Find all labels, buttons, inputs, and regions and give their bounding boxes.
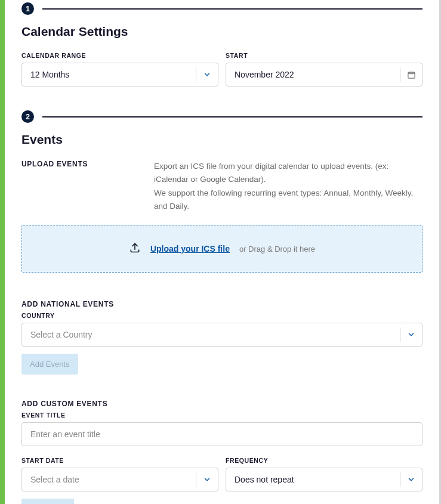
frequency-select[interactable]: Does not repeat <box>226 468 423 491</box>
chevron-down-icon <box>196 70 218 79</box>
start-month-value: November 2022 <box>226 70 400 79</box>
event-title-input[interactable] <box>22 423 422 446</box>
start-date-label: START DATE <box>21 457 218 464</box>
add-event-button[interactable]: Add Event <box>21 499 74 504</box>
frequency-value: Does not repeat <box>226 475 400 484</box>
ics-dropzone[interactable]: Upload your ICS file or Drag & Drop it h… <box>21 225 423 273</box>
chevron-down-icon <box>196 475 218 484</box>
section-rule <box>42 116 423 118</box>
svg-rect-0 <box>408 72 414 78</box>
start-month-select[interactable]: November 2022 <box>226 63 423 86</box>
upload-desc-line1: Export an ICS file from your digital cal… <box>154 160 423 187</box>
start-date-placeholder: Select a date <box>22 475 196 484</box>
chevron-down-icon <box>400 330 422 339</box>
step-badge-1: 1 <box>21 2 34 15</box>
section-rule <box>42 8 423 10</box>
upload-description: Export an ICS file from your digital cal… <box>154 160 423 213</box>
step-badge-2: 2 <box>21 110 34 123</box>
drop-hint: or Drag & Drop it here <box>239 245 315 253</box>
event-title-input-wrap <box>21 422 423 446</box>
national-events-heading: ADD NATIONAL EVENTS <box>21 300 423 308</box>
frequency-label: FREQUENCY <box>226 457 423 464</box>
start-date-select[interactable]: Select a date <box>21 468 218 491</box>
start-label: START <box>226 52 423 59</box>
events-title: Events <box>21 132 423 147</box>
country-label: COUNTRY <box>21 312 423 319</box>
custom-events-heading: ADD CUSTOM EVENTS <box>21 400 423 408</box>
section-2-header: 2 <box>21 110 423 123</box>
calendar-range-value: 12 Months <box>22 70 196 79</box>
add-events-button[interactable]: Add Events <box>21 354 78 375</box>
upload-events-heading: UPLOAD EVENTS <box>21 160 154 168</box>
chevron-down-icon <box>400 475 422 484</box>
calendar-range-select[interactable]: 12 Months <box>21 63 218 86</box>
section-1-header: 1 <box>21 2 423 15</box>
country-select[interactable]: Select a Country <box>21 323 423 347</box>
calendar-settings-title: Calendar Settings <box>21 24 423 39</box>
progress-rail <box>0 0 5 504</box>
upload-ics-link[interactable]: Upload your ICS file <box>150 244 230 253</box>
calendar-range-label: CALENDAR RANGE <box>21 52 218 59</box>
event-title-label: EVENT TITLE <box>21 412 423 419</box>
upload-icon <box>129 242 141 256</box>
country-placeholder: Select a Country <box>22 330 400 339</box>
upload-desc-line2: We support the following recurring event… <box>154 187 423 214</box>
calendar-picker-icon <box>400 70 422 79</box>
